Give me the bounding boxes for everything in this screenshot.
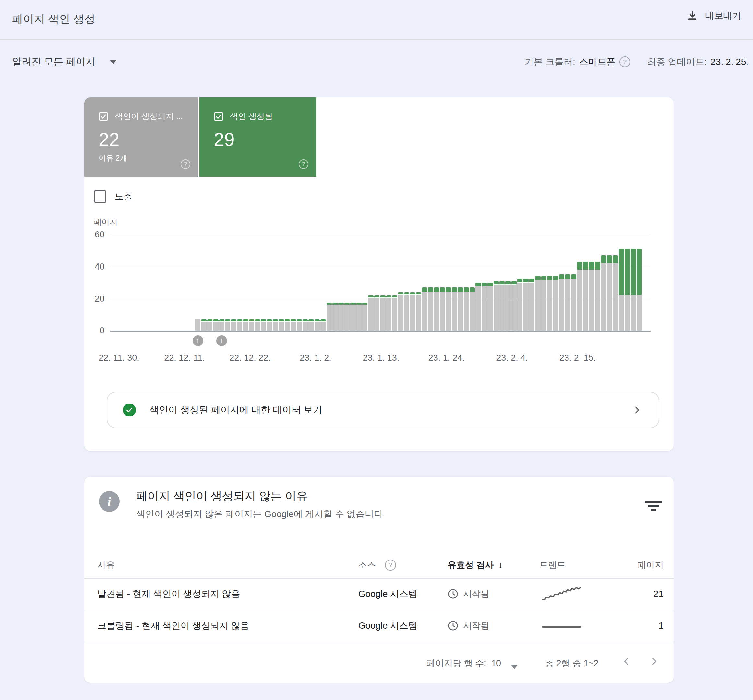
chart-bar[interactable] [511, 281, 517, 331]
chart-bar[interactable] [368, 295, 373, 331]
checkbox-checked-icon[interactable] [214, 112, 223, 121]
chart-bar[interactable] [422, 288, 427, 331]
chart-bar[interactable] [517, 279, 522, 331]
reason-cell[interactable]: 크롤링됨 - 현재 색인이 생성되지 않음 [97, 619, 249, 633]
chart-bar[interactable] [231, 319, 236, 331]
chart-bar[interactable] [470, 288, 475, 331]
checkbox-unchecked-icon[interactable] [94, 191, 106, 203]
chart-bar[interactable] [607, 255, 612, 331]
view-indexed-data-banner[interactable]: 색인이 생성된 페이지에 대한 데이터 보기 [107, 392, 659, 428]
chart-bar[interactable] [565, 274, 570, 331]
chart-bar[interactable] [273, 319, 278, 331]
chart-bar[interactable] [195, 319, 200, 331]
chart-bar[interactable] [255, 319, 260, 331]
chart-bar[interactable] [285, 319, 290, 331]
chart-marker[interactable]: 1 [216, 335, 227, 346]
chart-bar[interactable] [571, 274, 576, 331]
chart-bar[interactable] [535, 276, 540, 331]
chart-bar[interactable] [464, 288, 469, 331]
chart-bar[interactable] [261, 319, 266, 331]
chart-bar[interactable] [416, 292, 421, 331]
chart-bar[interactable] [356, 303, 362, 331]
help-icon[interactable]: ? [299, 159, 308, 169]
chart-bar[interactable] [303, 319, 308, 331]
checkbox-checked-icon[interactable] [98, 112, 108, 121]
chart-bar[interactable] [440, 288, 445, 331]
chart-bar[interactable] [249, 319, 254, 331]
chart-bar[interactable] [314, 319, 320, 331]
chart-bar[interactable] [601, 255, 606, 331]
chart-bar[interactable] [637, 249, 642, 331]
help-icon[interactable]: ? [181, 159, 191, 169]
chart-bar[interactable] [625, 249, 630, 331]
chart-bar[interactable] [219, 319, 224, 331]
chart-bar[interactable] [297, 319, 302, 331]
tab-indexed[interactable]: 색인 생성됨 29 ? [200, 97, 316, 177]
chart-bar[interactable] [225, 319, 230, 331]
column-header-pages[interactable]: 페이지 [610, 558, 664, 572]
chart-bar[interactable] [428, 288, 433, 331]
chart-bar[interactable] [386, 295, 391, 331]
chart-bar[interactable] [523, 279, 528, 331]
export-button[interactable]: 내보내기 [687, 10, 741, 22]
stacked-bar-chart[interactable] [195, 234, 646, 331]
chart-bar[interactable] [499, 281, 505, 331]
column-header-validation[interactable]: 유효성 검사 ↓ [447, 558, 503, 572]
crawler-help-icon[interactable]: ? [619, 56, 630, 67]
chevron-down-icon[interactable] [511, 661, 517, 672]
column-header-trend[interactable]: 트렌드 [539, 558, 566, 572]
chart-bar[interactable] [237, 319, 242, 331]
chart-bar[interactable] [410, 292, 415, 331]
chart-bar[interactable] [487, 283, 493, 331]
chart-bar[interactable] [350, 303, 355, 331]
page-scope-dropdown[interactable]: 알려진 모든 페이지 [12, 55, 117, 69]
chart-bar[interactable] [505, 281, 511, 331]
chart-bar[interactable] [398, 292, 403, 331]
chart-bar[interactable] [583, 262, 588, 331]
chart-bar[interactable] [612, 255, 618, 331]
chart-bar[interactable] [494, 281, 499, 331]
column-header-reason[interactable]: 사유 [97, 558, 115, 572]
chart-bar[interactable] [529, 279, 534, 331]
chart-bar[interactable] [559, 274, 564, 331]
column-header-source[interactable]: 소스 ? [358, 558, 396, 572]
chart-bar[interactable] [338, 303, 344, 331]
table-row[interactable]: 크롤링됨 - 현재 색인이 생성되지 않음 Google 시스템 시작됨 1 [84, 610, 673, 642]
chart-bar[interactable] [589, 262, 594, 331]
chart-bar[interactable] [380, 295, 385, 331]
filter-icon[interactable] [644, 501, 662, 514]
chart-bar[interactable] [404, 292, 409, 331]
chart-bar[interactable] [577, 262, 582, 331]
previous-page-button[interactable] [621, 656, 632, 667]
chart-bar[interactable] [541, 276, 547, 331]
chart-bar[interactable] [320, 319, 326, 331]
chart-bar[interactable] [392, 295, 397, 331]
chart-bar[interactable] [458, 288, 463, 331]
chart-marker[interactable]: 1 [193, 335, 203, 346]
chart-bar[interactable] [434, 288, 439, 331]
chart-bar[interactable] [553, 276, 558, 331]
chart-bar[interactable] [213, 319, 218, 331]
chart-bar[interactable] [278, 319, 284, 331]
chart-bar[interactable] [344, 303, 350, 331]
rows-per-page-select[interactable]: 10 [491, 658, 501, 669]
chart-bar[interactable] [291, 319, 296, 331]
impressions-toggle[interactable]: 노출 [94, 191, 132, 203]
chart-bar[interactable] [631, 249, 636, 331]
chart-bar[interactable] [619, 249, 624, 331]
chart-bar[interactable] [362, 303, 367, 331]
chart-bar[interactable] [475, 283, 481, 331]
reason-cell[interactable]: 발견됨 - 현재 색인이 생성되지 않음 [97, 587, 240, 601]
chart-bar[interactable] [333, 303, 337, 331]
table-row[interactable]: 발견됨 - 현재 색인이 생성되지 않음 Google 시스템 시작됨 21 [84, 578, 673, 610]
next-page-button[interactable] [648, 656, 659, 667]
chart-bar[interactable] [243, 319, 248, 331]
chart-bar[interactable] [595, 262, 600, 331]
chart-bar[interactable] [452, 288, 457, 331]
chart-bar[interactable] [481, 283, 487, 331]
tab-not-indexed[interactable]: 색인이 생성되지 ... 22 이유 2개 ? [84, 97, 198, 177]
chart-bar[interactable] [207, 319, 212, 331]
chart-bar[interactable] [374, 295, 380, 331]
chart-bar[interactable] [327, 303, 332, 331]
chart-bar[interactable] [547, 276, 552, 331]
